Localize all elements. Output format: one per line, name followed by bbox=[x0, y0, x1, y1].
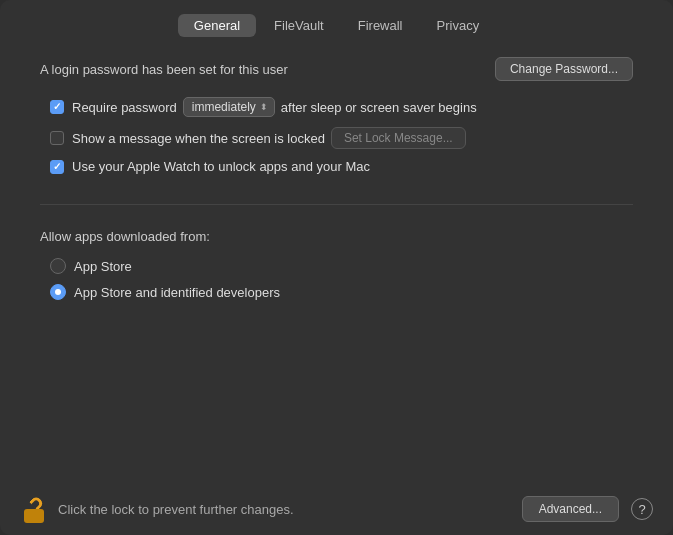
show-message-checkbox[interactable] bbox=[50, 131, 64, 145]
app-download-section: Allow apps downloaded from: App Store Ap… bbox=[40, 205, 633, 310]
apple-watch-label: Use your Apple Watch to unlock apps and … bbox=[72, 159, 370, 174]
apple-watch-row: Use your Apple Watch to unlock apps and … bbox=[50, 159, 633, 174]
login-password-text: A login password has been set for this u… bbox=[40, 62, 288, 77]
allow-apps-label: Allow apps downloaded from: bbox=[40, 229, 633, 244]
dropdown-value: immediately bbox=[192, 100, 256, 114]
window: General FileVault Firewall Privacy A log… bbox=[0, 0, 673, 535]
lock-body bbox=[24, 509, 44, 523]
help-button[interactable]: ? bbox=[631, 498, 653, 520]
require-password-row: Require password immediately ⬍ after sle… bbox=[50, 97, 633, 117]
show-message-label: Show a message when the screen is locked bbox=[72, 131, 325, 146]
app-store-devs-radio-row: App Store and identified developers bbox=[50, 284, 633, 300]
tab-general[interactable]: General bbox=[178, 14, 256, 37]
set-lock-message-button[interactable]: Set Lock Message... bbox=[331, 127, 466, 149]
app-store-devs-radio[interactable] bbox=[50, 284, 66, 300]
immediately-dropdown[interactable]: immediately ⬍ bbox=[183, 97, 275, 117]
tab-filevault[interactable]: FileVault bbox=[258, 14, 340, 37]
footer: Click the lock to prevent further change… bbox=[0, 483, 673, 535]
login-password-row: A login password has been set for this u… bbox=[40, 57, 633, 81]
app-store-radio[interactable] bbox=[50, 258, 66, 274]
app-store-devs-label: App Store and identified developers bbox=[74, 285, 280, 300]
app-store-radio-row: App Store bbox=[50, 258, 633, 274]
require-password-suffix: after sleep or screen saver begins bbox=[281, 100, 477, 115]
require-password-label: Require password bbox=[72, 100, 177, 115]
change-password-button[interactable]: Change Password... bbox=[495, 57, 633, 81]
apple-watch-checkbox[interactable] bbox=[50, 160, 64, 174]
tab-privacy[interactable]: Privacy bbox=[421, 14, 496, 37]
require-password-checkbox[interactable] bbox=[50, 100, 64, 114]
tab-firewall[interactable]: Firewall bbox=[342, 14, 419, 37]
main-content: A login password has been set for this u… bbox=[0, 47, 673, 483]
tab-bar: General FileVault Firewall Privacy bbox=[0, 0, 673, 47]
footer-text: Click the lock to prevent further change… bbox=[58, 502, 522, 517]
lock-icon[interactable] bbox=[20, 495, 48, 523]
chevron-icon: ⬍ bbox=[260, 102, 268, 112]
security-section: A login password has been set for this u… bbox=[40, 57, 633, 205]
advanced-button[interactable]: Advanced... bbox=[522, 496, 619, 522]
show-message-row: Show a message when the screen is locked… bbox=[50, 127, 633, 149]
app-store-label: App Store bbox=[74, 259, 132, 274]
